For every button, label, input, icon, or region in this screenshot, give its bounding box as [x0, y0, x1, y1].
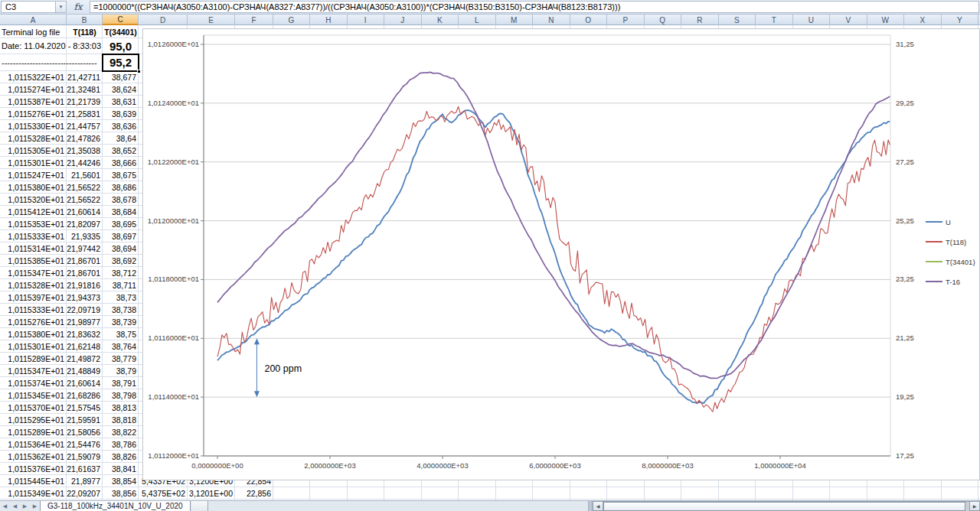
- sheet-cell[interactable]: 21,59591: [67, 414, 103, 426]
- sheet-cell[interactable]: 38,79: [103, 365, 139, 377]
- sheet-cell[interactable]: 21,97442: [67, 242, 103, 255]
- sheet-cell[interactable]: 21,68286: [67, 389, 103, 402]
- column-header-W[interactable]: W: [867, 15, 905, 25]
- sheet-cell[interactable]: 21,32481: [67, 83, 103, 96]
- cell-t118-header[interactable]: T(118): [67, 26, 103, 38]
- sheet-cell[interactable]: 1,0115347E+01: [0, 365, 67, 377]
- sheet-cell[interactable]: 38,694: [103, 242, 139, 255]
- sheet-cell[interactable]: 21,54476: [67, 438, 103, 451]
- sheet-cell[interactable]: 38,697: [103, 230, 139, 242]
- sheet-cell[interactable]: 1,0115328E+01: [0, 279, 67, 291]
- sheet-cell[interactable]: 1,0115353E+01: [0, 218, 67, 230]
- sheet-cell[interactable]: 21,9335: [67, 230, 103, 242]
- sheet-cell[interactable]: 38,64: [103, 132, 139, 145]
- sheet-cell[interactable]: 1,0115349E+01: [0, 487, 67, 500]
- tab-nav-first-icon[interactable]: ◀: [0, 501, 10, 511]
- sheet-cell[interactable]: 38,711: [103, 279, 139, 291]
- sheet-cell[interactable]: 21,59079: [67, 451, 103, 463]
- sheet-cell[interactable]: 38,666: [103, 157, 139, 169]
- column-header-V[interactable]: V: [830, 15, 867, 25]
- name-box-dropdown-icon[interactable]: ▼: [56, 1, 67, 13]
- column-header-Y[interactable]: Y: [942, 15, 979, 25]
- sheet-cell[interactable]: 1,0115333E+01: [0, 304, 67, 316]
- sheet-cell[interactable]: 38,826: [103, 451, 139, 463]
- sheet-cell[interactable]: 21,48849: [67, 365, 103, 377]
- sheet-cell[interactable]: 21,56522: [67, 194, 103, 206]
- column-header-P[interactable]: P: [607, 15, 645, 25]
- tab-nav-last-icon[interactable]: ▶: [30, 501, 40, 511]
- sheet-cell[interactable]: 1,0115295E+01: [0, 414, 67, 426]
- sheet-cell[interactable]: 38,692: [103, 255, 139, 267]
- column-header-D[interactable]: D: [139, 15, 188, 25]
- sheet-cell[interactable]: 38,739: [103, 316, 139, 328]
- cell-date[interactable]: Date: 11.04.2020 - 8:33:03: [2, 38, 102, 54]
- sheet-cell[interactable]: 21,94373: [67, 291, 103, 304]
- sheet-cell[interactable]: 38,841: [103, 463, 139, 475]
- sheet-cell[interactable]: 1,0115345E+01: [0, 389, 67, 402]
- sheet-cell[interactable]: 1,0115328E+01: [0, 132, 67, 145]
- sheet-cell[interactable]: 1,0115322E+01: [0, 71, 67, 83]
- column-header-C[interactable]: C: [103, 15, 139, 25]
- column-header-X[interactable]: X: [904, 15, 942, 25]
- sheet-cell[interactable]: 1,0115376E+01: [0, 463, 67, 475]
- sheet-cell[interactable]: 1,0115333E+01: [0, 230, 67, 242]
- sheet-cell[interactable]: 21,86701: [67, 255, 103, 267]
- sheet-cell[interactable]: 1,0115347E+01: [0, 267, 67, 279]
- sheet-cell[interactable]: 21,62148: [67, 340, 103, 353]
- sheet-cell[interactable]: 38,786: [103, 438, 139, 451]
- cell-terminal-log-file[interactable]: Terminal log file: [2, 26, 66, 38]
- sheet-cell[interactable]: 1,0115320E+01: [0, 194, 67, 206]
- column-header-B[interactable]: B: [67, 15, 103, 25]
- sheet-cell[interactable]: 1,0115314E+01: [0, 242, 67, 255]
- sheet-cell[interactable]: 38,684: [103, 206, 139, 218]
- sheet-cell[interactable]: 21,25831: [67, 108, 103, 120]
- column-header-J[interactable]: J: [384, 15, 422, 25]
- sheet-cell[interactable]: 22,09719: [67, 304, 103, 316]
- sheet-cell[interactable]: 38,624: [103, 83, 139, 96]
- sheet-cell[interactable]: 1,0115274E+01: [0, 83, 67, 96]
- fill-handle[interactable]: [137, 70, 141, 73]
- sheet-cell[interactable]: 1,0115380E+01: [0, 181, 67, 194]
- sheet-cell[interactable]: 1,0115385E+01: [0, 255, 67, 267]
- sheet-cell[interactable]: 1,0115276E+01: [0, 316, 67, 328]
- sheet-cell[interactable]: 1,0115387E+01: [0, 96, 67, 108]
- sheet-cell[interactable]: 21,42711: [67, 71, 103, 83]
- sheet-cell[interactable]: 38,764: [103, 340, 139, 353]
- column-header-G[interactable]: G: [273, 15, 310, 25]
- sheet-cell[interactable]: 38,738: [103, 304, 139, 316]
- column-header-T[interactable]: T: [756, 15, 793, 25]
- sheet-cell[interactable]: 21,58056: [67, 426, 103, 438]
- cell-t34401-header[interactable]: T(34401): [103, 26, 139, 38]
- sheet-cell[interactable]: 21,86701: [67, 267, 103, 279]
- sheet-cell[interactable]: 1,0115276E+01: [0, 108, 67, 120]
- column-header-K[interactable]: K: [422, 15, 459, 25]
- column-header-H[interactable]: H: [310, 15, 348, 25]
- sheet-cell[interactable]: 38,818: [103, 414, 139, 426]
- sheet-cell[interactable]: 21,56522: [67, 181, 103, 194]
- sheet-cell[interactable]: 21,8977: [67, 475, 103, 487]
- sheet-cell[interactable]: 21,60614: [67, 377, 103, 389]
- cell-c2-value[interactable]: 95,0: [103, 38, 139, 54]
- sheet-cell[interactable]: 1,0115370E+01: [0, 402, 67, 414]
- sheet-cell[interactable]: 1,0115445E+01: [0, 475, 67, 487]
- sheet-cell[interactable]: 22,09207: [67, 487, 103, 500]
- sheet-cell[interactable]: 21,60614: [67, 206, 103, 218]
- column-header-O[interactable]: O: [570, 15, 608, 25]
- sheet-cell[interactable]: 21,21739: [67, 96, 103, 108]
- sheet-cell[interactable]: 21,49872: [67, 353, 103, 365]
- column-header-A[interactable]: A: [0, 15, 67, 25]
- sheet-cell[interactable]: 21,44757: [67, 120, 103, 132]
- sheet-cell[interactable]: 38,73: [103, 291, 139, 304]
- sheet-cell[interactable]: 1,0115305E+01: [0, 145, 67, 157]
- formula-input[interactable]: =1000000*((СРЗНАЧ(A3050:A3100)-СРЗНАЧ(A8…: [90, 1, 979, 13]
- sheet-cell[interactable]: 38,686: [103, 181, 139, 194]
- sheet-cell[interactable]: 1,0115301E+01: [0, 340, 67, 353]
- sheet-cell[interactable]: 21,82097: [67, 218, 103, 230]
- sheet-cell[interactable]: 38,779: [103, 353, 139, 365]
- sheet-cell[interactable]: 21,57545: [67, 402, 103, 414]
- column-header-I[interactable]: I: [348, 15, 385, 25]
- sheet-cell[interactable]: 1,0115301E+01: [0, 157, 67, 169]
- sheet-cell[interactable]: 38,678: [103, 194, 139, 206]
- sheet-cell[interactable]: 38,675: [103, 169, 139, 181]
- sheet-cell[interactable]: 1,0115330E+01: [0, 120, 67, 132]
